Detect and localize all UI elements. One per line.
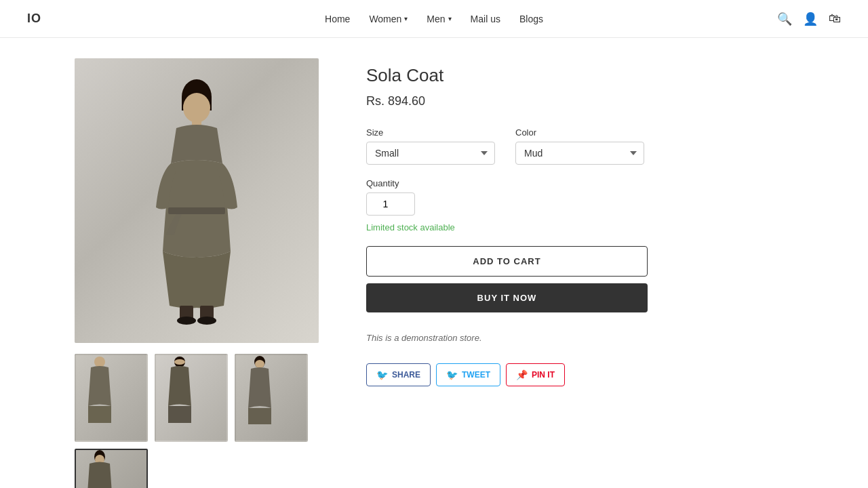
nav-mail[interactable]: Mail us <box>471 14 500 24</box>
thumbnail-2[interactable] <box>155 354 228 442</box>
color-label: Color <box>515 127 644 138</box>
svg-point-8 <box>197 317 216 325</box>
color-select[interactable]: Mud Black Grey Navy <box>515 142 644 165</box>
nav-women[interactable]: Women ▾ <box>369 14 408 24</box>
product-details: Sola Coat Rs. 894.60 Size Small Medium L… <box>366 58 793 488</box>
options-row: Size Small Medium Large X-Large Color Mu… <box>366 127 793 165</box>
svg-rect-16 <box>248 408 271 424</box>
facebook-icon: 🐦 <box>376 369 388 380</box>
facebook-share-button[interactable]: 🐦 SHARE <box>366 363 431 386</box>
add-to-cart-button[interactable]: ADD TO CART <box>366 246 648 277</box>
site-header: IO Home Women ▾ Men ▾ Mail us Blogs 🔍 👤 … <box>0 0 868 38</box>
svg-point-2 <box>183 93 210 123</box>
cart-icon[interactable]: 🛍 <box>829 12 841 26</box>
product-image-svg <box>129 75 264 326</box>
twitter-share-button[interactable]: 🐦 TWEET <box>436 363 500 386</box>
account-icon[interactable]: 👤 <box>803 12 818 26</box>
quantity-input[interactable] <box>366 192 415 216</box>
nav-home[interactable]: Home <box>325 14 350 24</box>
nav-blogs[interactable]: Blogs <box>519 14 543 24</box>
demo-notice: This is a demonstration store. <box>366 333 793 343</box>
svg-point-7 <box>177 317 196 325</box>
color-option-group: Color Mud Black Grey Navy <box>515 127 644 165</box>
svg-point-9 <box>94 357 105 367</box>
main-nav: Home Women ▾ Men ▾ Mail us Blogs <box>325 14 543 24</box>
quantity-label: Quantity <box>366 178 793 188</box>
buy-now-button[interactable]: BUY IT NOW <box>366 283 648 312</box>
svg-point-15 <box>255 360 264 368</box>
thumbnail-3[interactable] <box>235 354 308 442</box>
chevron-down-icon: ▾ <box>404 15 408 22</box>
stock-notice: Limited stock available <box>366 222 793 232</box>
size-label: Size <box>366 127 495 138</box>
chevron-down-icon: ▾ <box>448 15 452 22</box>
main-product-image <box>75 58 319 343</box>
pinterest-icon: 📌 <box>516 369 528 380</box>
header-icons: 🔍 👤 🛍 <box>777 12 841 26</box>
twitter-icon: 🐦 <box>446 369 458 380</box>
product-price: Rs. 894.60 <box>366 94 793 108</box>
svg-rect-13 <box>168 406 191 423</box>
quantity-section: Quantity <box>366 178 793 216</box>
thumbnail-1[interactable] <box>75 354 148 442</box>
thumbnail-row-1 <box>75 354 326 488</box>
product-images <box>75 58 326 488</box>
size-select[interactable]: Small Medium Large X-Large <box>366 142 495 165</box>
size-option-group: Size Small Medium Large X-Large <box>366 127 495 165</box>
product-title: Sola Coat <box>366 65 793 86</box>
thumbnail-4-active[interactable] <box>75 449 148 488</box>
pinterest-share-button[interactable]: 📌 PIN IT <box>506 363 565 386</box>
svg-rect-10 <box>88 406 111 423</box>
svg-point-12 <box>174 359 185 365</box>
svg-rect-4 <box>168 207 225 214</box>
site-logo[interactable]: IO <box>27 12 41 26</box>
search-icon[interactable]: 🔍 <box>777 12 792 26</box>
main-content: Sola Coat Rs. 894.60 Size Small Medium L… <box>61 38 807 488</box>
nav-men[interactable]: Men ▾ <box>427 14 451 24</box>
social-share: 🐦 SHARE 🐦 TWEET 📌 PIN IT <box>366 363 793 386</box>
